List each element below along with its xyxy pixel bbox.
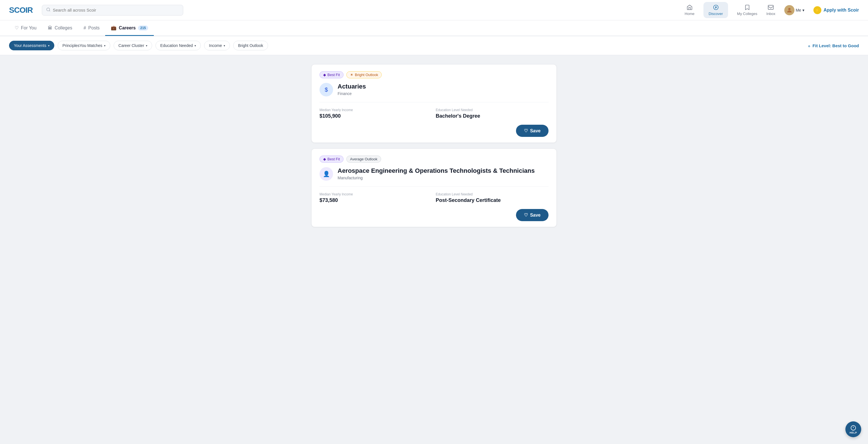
filter-bar: Your Assessments ▾ PrinciplesYou Matches… [0, 36, 868, 55]
bright-outlook-label: Bright Outlook [238, 43, 263, 48]
svg-point-4 [788, 8, 790, 10]
actuaries-income-value: $105,900 [319, 113, 432, 119]
me-menu[interactable]: Me ▾ [784, 5, 804, 15]
fit-level-label: Fit Level: Best to Good [813, 43, 859, 48]
me-chevron-icon: ▾ [802, 8, 804, 12]
svg-point-2 [713, 5, 718, 10]
aerospace-income-label: Median Yearly Income [319, 192, 432, 196]
best-fit-label-2: Best Fit [328, 157, 340, 161]
bright-outlook-filter[interactable]: Bright Outlook [233, 41, 268, 50]
actuaries-info: Actuaries Finance [338, 83, 366, 96]
search-icon [46, 7, 51, 13]
actuaries-footer: ♡ Save [312, 125, 556, 143]
assessments-chevron-icon: ▾ [48, 44, 50, 47]
aerospace-header: 👤 Aerospace Engineering & Operations Tec… [319, 167, 549, 181]
career-cluster-chevron-icon: ▾ [146, 44, 147, 47]
nav-home-label: Home [685, 11, 695, 16]
best-fit-badge-aerospace: ◆ Best Fit [319, 155, 343, 162]
careers-count-badge: 215 [138, 25, 148, 31]
logo[interactable]: SCOIR [9, 6, 33, 15]
tab-posts-label: Posts [88, 25, 99, 31]
fit-level-icon: ⬦ [808, 43, 810, 48]
tab-posts[interactable]: # Posts [78, 21, 105, 36]
principles-you-matches-filter[interactable]: PrinciplesYou Matches ▾ [58, 41, 110, 50]
heart-save-icon: ♡ [524, 128, 528, 134]
help-label: HELP [849, 431, 857, 434]
person-icon: 👤 [323, 171, 330, 177]
tab-nav: ♡ For You 🏛 Colleges # Posts 💼 Careers 2… [0, 20, 868, 36]
actuaries-education-value: Bachelor's Degree [436, 113, 549, 119]
your-assessments-filter[interactable]: Your Assessments ▾ [9, 41, 54, 50]
tab-for-you[interactable]: ♡ For You [9, 21, 42, 36]
apply-with-scoir-button[interactable]: ⚡ Apply with Scoir [813, 6, 859, 14]
nav-my-colleges[interactable]: My Colleges [737, 4, 757, 16]
aerospace-footer: ♡ Save [312, 209, 556, 227]
sun-icon: ☀ [350, 73, 353, 77]
search-input[interactable] [53, 8, 179, 12]
career-card-actuaries: ◆ Best Fit ☀ Bright Outlook $ Actuaries … [311, 64, 557, 143]
bright-outlook-label-actuaries: Bright Outlook [355, 73, 378, 77]
nav-my-colleges-label: My Colleges [737, 11, 757, 16]
career-cluster-filter[interactable]: Career Cluster ▾ [114, 41, 152, 50]
income-filter[interactable]: Income ▾ [204, 41, 230, 50]
average-outlook-label-aerospace: Average Outlook [350, 157, 377, 161]
aerospace-income-stat: Median Yearly Income $73,580 [319, 192, 432, 203]
aerospace-badges: ◆ Best Fit Average Outlook [319, 155, 549, 162]
tab-careers[interactable]: 💼 Careers 215 [105, 21, 154, 36]
svg-line-1 [49, 10, 50, 11]
avatar[interactable] [784, 5, 795, 15]
svg-rect-3 [768, 5, 773, 10]
heart-save-icon-2: ♡ [524, 212, 528, 218]
actuaries-title[interactable]: Actuaries [338, 83, 366, 90]
principles-label: PrinciplesYou Matches [62, 43, 102, 48]
income-label: Income [209, 43, 222, 48]
education-needed-label: Education Needed [160, 43, 193, 48]
tab-colleges-label: Colleges [55, 25, 72, 31]
education-needed-filter[interactable]: Education Needed ▾ [155, 41, 201, 50]
save-aerospace-label: Save [530, 213, 540, 218]
aerospace-education-stat: Education Level Needed Post-Secondary Ce… [436, 192, 549, 203]
aerospace-education-label: Education Level Needed [436, 192, 549, 196]
actuaries-cluster: Finance [338, 91, 366, 96]
help-button[interactable]: HELP [845, 421, 861, 437]
aerospace-icon: 👤 [319, 167, 333, 181]
nav-discover[interactable]: Discover [704, 2, 728, 18]
actuaries-stats: Median Yearly Income $105,900 Education … [312, 102, 556, 125]
actuaries-education-label: Education Level Needed [436, 108, 549, 112]
card-top-actuaries: ◆ Best Fit ☀ Bright Outlook $ Actuaries … [312, 64, 556, 102]
dollar-icon: $ [324, 87, 328, 93]
svg-point-0 [46, 8, 50, 11]
tab-careers-label: Careers [119, 25, 136, 31]
nav-actions: Home Discover My Colleges Inbox [685, 2, 859, 18]
aerospace-income-value: $73,580 [319, 198, 432, 203]
actuaries-badges: ◆ Best Fit ☀ Bright Outlook [319, 71, 549, 78]
average-outlook-badge-aerospace: Average Outlook [346, 155, 381, 162]
fit-level-sort[interactable]: ⬦ Fit Level: Best to Good [808, 43, 859, 48]
actuaries-income-stat: Median Yearly Income $105,900 [319, 108, 432, 119]
nav-home[interactable]: Home [685, 4, 695, 16]
careers-list: ◆ Best Fit ☀ Bright Outlook $ Actuaries … [307, 64, 561, 227]
save-actuaries-label: Save [530, 128, 540, 134]
diamond-icon: ◆ [323, 73, 326, 77]
bright-outlook-badge-actuaries: ☀ Bright Outlook [346, 71, 382, 78]
apply-label: Apply with Scoir [824, 8, 859, 13]
aerospace-education-value: Post-Secondary Certificate [436, 198, 549, 203]
tab-for-you-label: For You [21, 25, 36, 31]
actuaries-education-stat: Education Level Needed Bachelor's Degree [436, 108, 549, 119]
best-fit-label: Best Fit [328, 73, 340, 77]
aerospace-title[interactable]: Aerospace Engineering & Operations Techn… [338, 167, 535, 175]
search-bar[interactable] [42, 5, 183, 16]
save-aerospace-button[interactable]: ♡ Save [516, 209, 549, 221]
nav-inbox[interactable]: Inbox [766, 4, 775, 16]
career-cluster-label: Career Cluster [119, 43, 144, 48]
header: SCOIR Home Discover [0, 0, 868, 20]
aerospace-cluster: Manufacturing [338, 176, 535, 180]
tab-colleges[interactable]: 🏛 Colleges [42, 21, 78, 36]
aerospace-info: Aerospace Engineering & Operations Techn… [338, 167, 535, 180]
nav-discover-label: Discover [709, 11, 723, 16]
actuaries-income-label: Median Yearly Income [319, 108, 432, 112]
career-card-aerospace: ◆ Best Fit Average Outlook 👤 Aerospace E… [311, 148, 557, 227]
save-actuaries-button[interactable]: ♡ Save [516, 125, 549, 137]
your-assessments-label: Your Assessments [14, 43, 46, 48]
income-chevron-icon: ▾ [224, 44, 225, 47]
